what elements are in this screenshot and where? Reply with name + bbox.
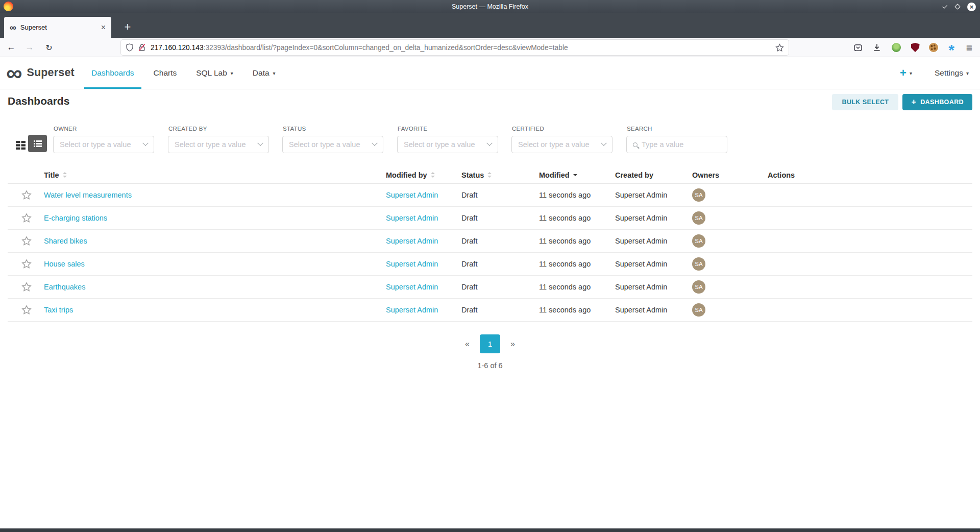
window-minimize-icon[interactable] — [942, 4, 947, 9]
search-input[interactable] — [642, 140, 721, 149]
window-close-icon[interactable]: × — [967, 3, 976, 11]
settings-menu[interactable]: Settings ▾ — [935, 68, 969, 78]
status-value: Draft — [461, 191, 477, 199]
cookie-extension-icon[interactable] — [927, 41, 940, 54]
downloads-icon[interactable] — [870, 41, 884, 54]
superset-brand[interactable]: ∞ Superset — [6, 66, 75, 80]
status-value: Draft — [461, 237, 477, 245]
dashboard-title-link[interactable]: House sales — [44, 260, 85, 268]
chevron-down-icon — [372, 140, 377, 146]
created-by-value: Superset Admin — [615, 283, 667, 291]
modified-by-link[interactable]: Superset Admin — [386, 283, 438, 291]
nav-item-data[interactable]: Data ▾ — [243, 57, 285, 89]
sort-icons — [63, 172, 67, 178]
hamburger-menu-icon[interactable]: ≡ — [963, 41, 976, 54]
status-value: Draft — [461, 214, 477, 222]
modified-value: 11 seconds ago — [539, 214, 591, 222]
favorite-star-icon[interactable] — [21, 213, 32, 223]
chevron-down-icon: ▾ — [966, 70, 969, 76]
favorite-star-icon[interactable] — [21, 282, 32, 292]
ublock-origin-extension-icon[interactable] — [909, 41, 922, 54]
column-header-status[interactable]: Status — [453, 171, 531, 179]
page-title: Dashboards — [8, 95, 69, 107]
owner-avatar[interactable]: SA — [692, 234, 705, 248]
column-header-owners: Owners — [684, 171, 760, 179]
dashboard-title-link[interactable]: E-charging stations — [44, 214, 107, 222]
modified-by-link[interactable]: Superset Admin — [386, 306, 438, 314]
favorite-star-icon[interactable] — [21, 236, 32, 246]
dashboard-title-link[interactable]: Water level measurements — [44, 191, 132, 199]
table-row: E-charging stations Superset Admin Draft… — [8, 207, 972, 230]
bulk-select-button[interactable]: BULK SELECT — [832, 94, 898, 110]
modified-by-link[interactable]: Superset Admin — [386, 237, 438, 245]
insecure-lock-icon[interactable] — [138, 43, 146, 52]
browser-tab-superset[interactable]: ∞ Superset × — [4, 17, 111, 38]
table-row: Water level measurements Superset Admin … — [8, 184, 972, 207]
url-host: 217.160.120.143 — [151, 44, 204, 52]
owner-filter-label: OWNER — [54, 126, 77, 132]
modified-value: 11 seconds ago — [539, 237, 591, 245]
owner-avatar[interactable]: SA — [692, 257, 705, 271]
search-box[interactable] — [626, 136, 727, 153]
superset-navbar: ∞ Superset Dashboards Charts SQL Lab ▾ D… — [0, 57, 980, 89]
tab-title: Superset — [20, 23, 101, 31]
favorite-filter-select[interactable]: Select or type a value — [397, 136, 498, 153]
column-header-modified-by[interactable]: Modified by — [378, 171, 453, 179]
owner-avatar[interactable]: SA — [692, 280, 705, 294]
window-title: Superset — Mozilla Firefox — [0, 0, 980, 13]
favorite-star-icon[interactable] — [21, 190, 32, 200]
column-header-title[interactable]: Title — [36, 171, 378, 179]
window-titlebar: Superset — Mozilla Firefox × — [0, 0, 980, 13]
pocket-icon[interactable] — [851, 41, 865, 54]
reload-button[interactable]: ↻ — [42, 38, 56, 57]
status-value: Draft — [461, 306, 477, 314]
new-tab-button[interactable]: + — [120, 20, 135, 34]
chevron-down-icon — [601, 140, 606, 146]
window-maximize-icon[interactable] — [954, 4, 960, 9]
chevron-down-icon: ▾ — [231, 70, 233, 76]
dashboard-title-link[interactable]: Taxi trips — [44, 306, 73, 314]
bookmark-star-icon[interactable] — [775, 43, 784, 52]
next-page-button[interactable]: » — [510, 340, 515, 349]
page-1-button[interactable]: 1 — [480, 334, 500, 353]
filter-bar: OWNER Select or type a value CREATED BY … — [0, 136, 980, 153]
nav-item-dashboards[interactable]: Dashboards — [82, 57, 144, 89]
search-icon — [633, 142, 638, 147]
chevron-down-icon — [142, 140, 148, 146]
chevron-down-icon — [486, 140, 492, 146]
favorite-star-icon[interactable] — [21, 305, 32, 315]
previous-page-button[interactable]: « — [465, 340, 470, 349]
dashboard-title-link[interactable]: Shared bikes — [44, 237, 87, 245]
back-button[interactable]: ← — [4, 38, 18, 57]
owner-avatar[interactable]: SA — [692, 303, 705, 317]
privacy-badger-extension-icon[interactable] — [890, 41, 903, 54]
new-dashboard-button[interactable]: + DASHBOARD — [902, 94, 972, 110]
owner-avatar[interactable]: SA — [692, 211, 705, 225]
browser-tabbar: ∞ Superset × + — [0, 13, 980, 38]
quick-add-button[interactable]: + ▾ — [900, 66, 912, 80]
nav-item-sql-lab[interactable]: SQL Lab ▾ — [186, 57, 243, 89]
shield-icon[interactable] — [126, 43, 134, 52]
owner-avatar[interactable]: SA — [692, 188, 705, 202]
modified-by-link[interactable]: Superset Admin — [386, 214, 438, 222]
certified-filter-select[interactable]: Select or type a value — [511, 136, 612, 153]
url-path: :32393/dashboard/list/?pageIndex=0&sortC… — [204, 44, 568, 52]
column-header-modified[interactable]: Modified — [531, 171, 607, 179]
created-by-filter-select[interactable]: Select or type a value — [168, 136, 269, 153]
status-filter-select[interactable]: Select or type a value — [282, 136, 383, 153]
dashboard-title-link[interactable]: Earthquakes — [44, 283, 85, 291]
url-bar[interactable]: 217.160.120.143:32393/dashboard/list/?pa… — [121, 40, 789, 55]
modified-by-link[interactable]: Superset Admin — [386, 191, 438, 199]
nav-item-charts[interactable]: Charts — [144, 57, 187, 89]
tab-close-icon[interactable]: × — [101, 23, 106, 32]
modified-by-link[interactable]: Superset Admin — [386, 260, 438, 268]
favorite-filter-label: FAVORITE — [398, 126, 427, 132]
extension-asterisk-icon[interactable]: * — [945, 41, 958, 54]
owner-filter-select[interactable]: Select or type a value — [53, 136, 154, 153]
favorite-star-icon[interactable] — [21, 259, 32, 269]
url-text[interactable]: 217.160.120.143:32393/dashboard/list/?pa… — [151, 44, 775, 52]
table-row: House sales Superset Admin Draft 11 seco… — [8, 253, 972, 276]
column-header-created-by: Created by — [607, 171, 684, 179]
table-row: Shared bikes Superset Admin Draft 11 sec… — [8, 230, 972, 253]
superset-logo-icon: ∞ — [6, 66, 22, 80]
